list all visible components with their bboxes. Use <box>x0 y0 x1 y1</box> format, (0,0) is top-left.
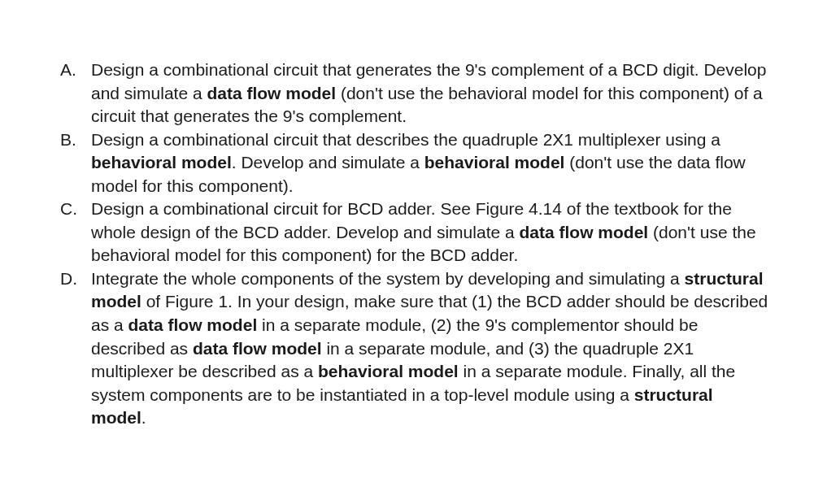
list-marker: A. <box>55 59 91 82</box>
list-marker: C. <box>55 198 91 221</box>
list-item-c: C. Design a combinational circuit for BC… <box>55 198 772 267</box>
list-item-d: D. Integrate the whole components of the… <box>55 267 772 430</box>
bold-span: data flow model <box>193 339 322 358</box>
text-span: Integrate the whole components of the sy… <box>91 269 685 288</box>
ordered-list: A. Design a combinational circuit that g… <box>55 59 772 430</box>
text-span: . <box>141 408 146 427</box>
bold-span: data flow model <box>128 315 258 334</box>
bold-span: behavioral model <box>91 153 232 172</box>
bold-span: behavioral model <box>318 362 459 380</box>
list-body: Integrate the whole components of the sy… <box>91 267 772 430</box>
bold-span: data flow model <box>520 223 649 241</box>
document-page: A. Design a combinational circuit that g… <box>0 0 827 463</box>
list-body: Design a combinational circuit for BCD a… <box>91 198 772 267</box>
bold-span: data flow model <box>207 84 336 102</box>
list-item-b: B. Design a combinational circuit that d… <box>55 128 772 198</box>
list-marker: B. <box>55 128 91 152</box>
list-item-a: A. Design a combinational circuit that g… <box>55 59 772 128</box>
list-body: Design a combinational circuit that gene… <box>91 59 772 128</box>
text-span: . Develop and simulate a <box>232 153 424 172</box>
list-marker: D. <box>55 267 91 291</box>
bold-span: behavioral model <box>424 153 565 172</box>
text-span: Design a combinational circuit that desc… <box>91 130 720 149</box>
list-body: Design a combinational circuit that desc… <box>91 128 772 198</box>
